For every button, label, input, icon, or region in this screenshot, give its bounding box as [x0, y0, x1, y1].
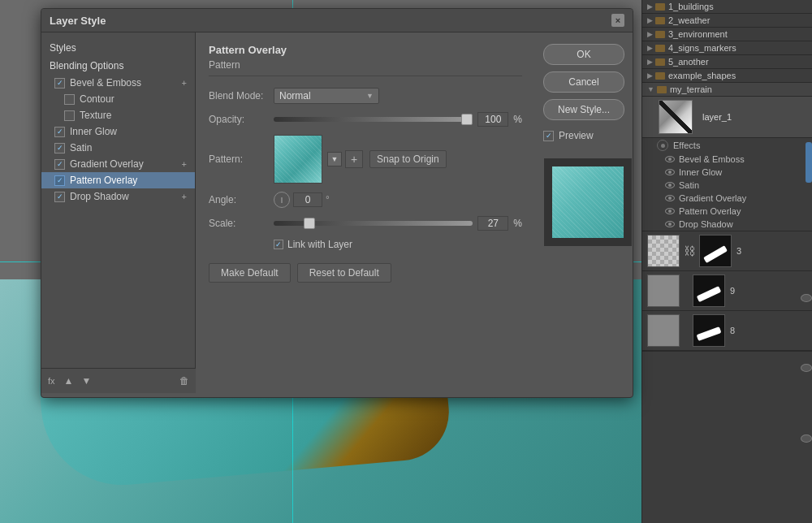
add-effect-up-button[interactable]: ▲	[62, 374, 76, 388]
folder-icon	[655, 17, 665, 24]
angle-value[interactable]: 0	[293, 192, 322, 207]
layer-mask-thumb	[647, 314, 680, 347]
preview-checkbox-row[interactable]: ✓ Preview	[543, 127, 624, 145]
chain-spacer	[680, 324, 693, 337]
panel-scrollbar[interactable]	[806, 142, 812, 183]
opacity-slider-thumb[interactable]	[461, 114, 473, 125]
checkbox-gradient[interactable]: ✓	[54, 159, 65, 170]
effect-pattern-overlay[interactable]: Pattern Overlay	[652, 205, 812, 218]
layer-visibility-eye-8[interactable]	[801, 434, 812, 443]
sidebar-item-gradient-overlay[interactable]: ✓ Gradient Overlay +	[41, 156, 195, 172]
sidebar-item-contour[interactable]: Contour	[41, 91, 195, 107]
sidebar-label: Drop Shadow	[70, 191, 129, 202]
sidebar-styles[interactable]: Styles	[41, 39, 195, 57]
bottom-buttons: Make Default Reset to Default	[209, 263, 522, 283]
sidebar-item-pattern-overlay[interactable]: ✓ Pattern Overlay	[41, 172, 195, 188]
panel-item-2weather[interactable]: ▶ 2_weather	[642, 14, 812, 28]
effect-label: Drop Shadow	[679, 219, 733, 229]
delete-effect-button[interactable]: 🗑	[179, 375, 189, 387]
link-layer-checkbox[interactable]: ✓	[274, 240, 283, 249]
folder-icon	[655, 45, 665, 52]
checkbox-satin[interactable]: ✓	[54, 143, 65, 153]
dialog-close-button[interactable]: ×	[611, 14, 624, 27]
layers-panel: ▶ 1_buildings ▶ 2_weather ▶ 3_environmen…	[641, 0, 812, 523]
chain-spacer	[680, 284, 693, 297]
dropdown-arrow-icon: ▼	[366, 92, 374, 100]
dialog-body: Styles Blending Options ✓ Bevel & Emboss…	[41, 32, 633, 393]
scale-slider-track[interactable]	[274, 221, 473, 226]
reset-default-button[interactable]: Reset to Default	[297, 263, 391, 283]
checkbox-pattern[interactable]: ✓	[54, 175, 65, 186]
effect-satin[interactable]: Satin	[652, 179, 812, 192]
dialog-sidebar: Styles Blending Options ✓ Bevel & Emboss…	[41, 32, 196, 393]
checkbox-drop-shadow[interactable]: ✓	[54, 192, 65, 202]
sidebar-label: Gradient Overlay	[70, 158, 144, 170]
pattern-preview[interactable]	[274, 135, 322, 184]
layer-row-3[interactable]: ⛓ 3	[642, 231, 812, 271]
blend-mode-value: Normal	[279, 90, 311, 102]
panel-item-5another[interactable]: ▶ 5_another	[642, 55, 812, 69]
layer-style-dialog: Layer Style × Styles Blending Options ✓ …	[41, 8, 633, 398]
layer-row-9[interactable]: 9	[642, 271, 812, 311]
angle-dial[interactable]	[274, 192, 290, 208]
layer-row-8[interactable]: 8	[642, 311, 812, 351]
effect-eye-icon[interactable]	[665, 169, 675, 175]
scale-unit: %	[513, 218, 522, 229]
snap-to-origin-button[interactable]: Snap to Origin	[369, 150, 447, 168]
panel-item-my-terrain[interactable]: ▼ my_terrain	[642, 83, 812, 97]
opacity-value[interactable]: 100	[477, 112, 508, 127]
dialog-title: Layer Style	[50, 15, 106, 27]
add-effect-down-button[interactable]: ▼	[80, 374, 94, 388]
preview-checkbox[interactable]: ✓	[543, 131, 554, 141]
opacity-slider-track[interactable]	[274, 117, 473, 122]
checkbox-inner-glow[interactable]: ✓	[54, 127, 65, 137]
panel-item-3environment[interactable]: ▶ 3_environment	[642, 28, 812, 41]
layer-1-row[interactable]: layer_1	[642, 97, 812, 138]
folder-label: 1_buildings	[668, 2, 714, 11]
cancel-button[interactable]: Cancel	[543, 71, 624, 93]
effect-gradient-overlay[interactable]: Gradient Overlay	[652, 192, 812, 205]
sidebar-item-bevel-emboss[interactable]: ✓ Bevel & Emboss +	[41, 75, 195, 91]
effect-drop-shadow[interactable]: Drop Shadow	[652, 218, 812, 231]
scale-value[interactable]: 27	[477, 216, 508, 231]
panel-item-4signs[interactable]: ▶ 4_signs_markers	[642, 41, 812, 55]
preview-inner	[552, 166, 624, 238]
new-pattern-button[interactable]: +	[345, 150, 363, 168]
effect-eye-icon[interactable]	[665, 156, 675, 162]
ok-button[interactable]: OK	[543, 44, 624, 65]
expand-arrow: ▶	[647, 71, 653, 80]
checkbox-texture[interactable]	[64, 110, 75, 121]
make-default-button[interactable]: Make Default	[209, 263, 291, 283]
effect-eye-icon[interactable]	[665, 208, 675, 214]
effect-inner-glow[interactable]: Inner Glow	[652, 166, 812, 179]
layer-visibility-eye-9[interactable]	[801, 364, 812, 372]
sidebar-blending[interactable]: Blending Options	[41, 57, 195, 75]
pattern-dropdown-button[interactable]: ▼	[327, 152, 342, 166]
layer-mask-thumb	[647, 274, 680, 307]
folder-label: 4_signs_markers	[668, 43, 736, 53]
checkbox-bevel[interactable]: ✓	[54, 78, 65, 89]
new-style-button[interactable]: New Style...	[543, 99, 624, 120]
blend-mode-row: Blend Mode: Normal ▼	[209, 88, 522, 104]
effect-label: Inner Glow	[679, 167, 722, 177]
panel-item-example[interactable]: ▶ example_shapes	[642, 69, 812, 83]
effect-eye-icon[interactable]	[665, 221, 675, 227]
effect-eye-icon[interactable]	[665, 182, 675, 188]
blend-mode-dropdown[interactable]: Normal ▼	[274, 88, 379, 104]
layer-mask-thumb	[647, 235, 680, 267]
layer-thumb-diagonal	[659, 101, 692, 133]
sidebar-item-inner-glow[interactable]: ✓ Inner Glow	[41, 123, 195, 140]
layer-thumb-line	[703, 245, 728, 263]
scale-slider-thumb[interactable]	[304, 218, 315, 229]
effect-bevel-emboss[interactable]: Bevel & Emboss	[652, 153, 812, 166]
effects-visibility-eye[interactable]	[657, 140, 668, 151]
panel-item-1buildings[interactable]: ▶ 1_buildings	[642, 0, 812, 14]
sidebar-item-satin[interactable]: ✓ Satin	[41, 140, 195, 156]
checkbox-contour[interactable]	[64, 94, 75, 105]
effect-eye-icon[interactable]	[665, 195, 675, 201]
sidebar-item-texture[interactable]: Texture	[41, 107, 195, 123]
link-layer-checkbox-wrap[interactable]: ✓ Link with Layer	[274, 239, 352, 250]
layer-visibility-eye-3[interactable]	[801, 294, 812, 302]
expand-arrow: ▶	[647, 44, 653, 52]
sidebar-item-drop-shadow[interactable]: ✓ Drop Shadow +	[41, 188, 195, 205]
